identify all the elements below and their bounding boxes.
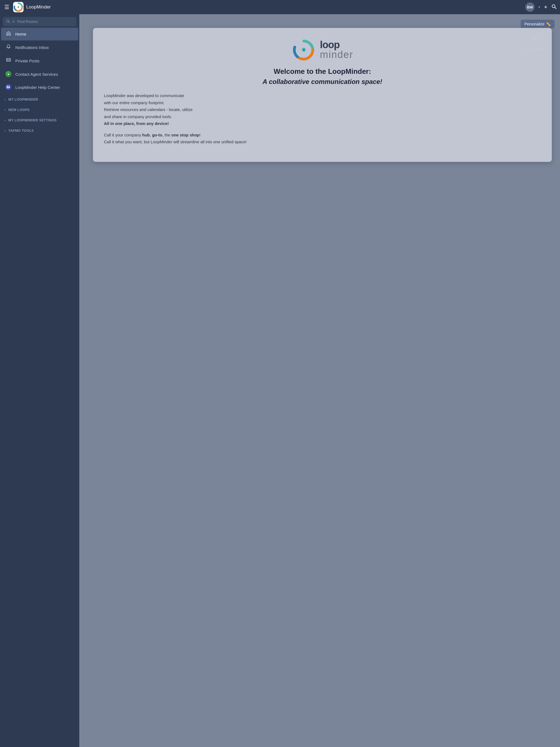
sidebar-section-settings[interactable]: › MY LOOPMINDER SETTINGS xyxy=(0,115,79,125)
svg-rect-6 xyxy=(7,86,7,88)
settings-label: MY LOOPMINDER SETTINGS xyxy=(8,119,57,122)
avatar-initials: BW xyxy=(527,5,533,9)
new-loops-label: NEW LOOPS xyxy=(8,108,30,112)
new-loops-chevron: › xyxy=(4,108,6,112)
svg-rect-7 xyxy=(8,85,8,88)
personalize-label: Personalize xyxy=(525,22,544,26)
welcome-panel: loop minder Welcome to the LoopMinder: A… xyxy=(93,28,552,162)
top-navigation: ☰ LoopMinder BW ▾ + xyxy=(0,0,560,14)
panel-header: Personalize ✏️ xyxy=(85,20,555,28)
welcome-subtitle: A collaborative communication space! xyxy=(104,78,541,85)
hamburger-menu-icon[interactable]: ☰ xyxy=(3,3,10,11)
excl: ! xyxy=(199,133,200,137)
svg-rect-8 xyxy=(8,87,9,88)
sidebar-item-home[interactable]: Home xyxy=(1,28,78,41)
svg-point-11 xyxy=(303,49,305,51)
personalize-button[interactable]: Personalize ✏️ xyxy=(520,20,555,28)
search-icon[interactable] xyxy=(551,4,557,11)
comma1: , xyxy=(150,133,152,137)
sidebar-section-my-loopminder[interactable]: › MY LOOPMINDER xyxy=(0,95,79,104)
welcome-title: Welcome to the LoopMinder: xyxy=(104,67,541,76)
app-logo xyxy=(13,2,24,12)
welcome-hub: hub xyxy=(142,133,150,137)
find-rooms-label: Find Rooms xyxy=(17,19,38,24)
sidebar-contact-agent-label: Contact Agent Services xyxy=(15,72,58,77)
welcome-onestop: one stop shop xyxy=(172,133,200,137)
avatar-dropdown-icon[interactable]: ▾ xyxy=(538,5,540,9)
welcome-body: LoopMinder was developed to communicate … xyxy=(104,92,541,146)
sidebar-item-contact-agent[interactable]: ● Contact Agent Services xyxy=(1,68,78,80)
sidebar-item-notifications[interactable]: Notifications Inbox xyxy=(1,41,78,54)
yapmo-tools-chevron: › xyxy=(4,129,6,133)
sidebar-private-posts-label: Private Posts xyxy=(15,58,40,63)
sidebar: ≡ Find Rooms Home Notifications Inbox xyxy=(0,14,79,747)
sidebar-item-help-center[interactable]: LoopMinder Help Center xyxy=(1,81,78,94)
svg-line-3 xyxy=(555,7,556,9)
sidebar-section-new-loops[interactable]: › NEW LOOPS xyxy=(0,105,79,114)
main-content-area: Personalize ✏️ ons d 12:05 PM xyxy=(79,14,560,747)
logo-text: loop minder xyxy=(320,40,353,60)
welcome-goto: go-to xyxy=(152,133,162,137)
welcome-body-line1: LoopMinder was developed to communicate xyxy=(104,93,184,98)
welcome-body-line4: and share in company provided tools. xyxy=(104,114,172,119)
personalize-icon: ✏️ xyxy=(546,22,551,26)
logo-loop-text: loop xyxy=(320,40,353,50)
welcome-body-line3: Retrieve resources and calendars - locat… xyxy=(104,107,193,112)
logo-minder-text: minder xyxy=(320,50,353,60)
welcome-body-para1: LoopMinder was developed to communicate … xyxy=(104,92,541,127)
settings-chevron: › xyxy=(4,119,6,122)
yapmo-tools-label: YAPMO TOOLS xyxy=(8,129,34,133)
home-icon xyxy=(5,31,11,37)
logo-container: loop minder xyxy=(291,39,353,61)
add-button-icon[interactable]: + xyxy=(544,4,548,11)
welcome-body-line2: with our entire company footprint. xyxy=(104,100,164,105)
logo-svg xyxy=(291,39,316,61)
contact-agent-icon: ● xyxy=(5,71,11,77)
notifications-icon xyxy=(5,44,11,51)
svg-point-1 xyxy=(18,6,19,8)
sidebar-home-label: Home xyxy=(15,32,26,36)
my-loopminder-label: MY LOOPMINDER xyxy=(8,98,38,101)
svg-line-5 xyxy=(9,22,10,23)
my-loopminder-chevron: › xyxy=(4,98,6,101)
sidebar-help-center-label: LoopMinder Help Center xyxy=(15,85,60,90)
find-rooms-icon: ≡ xyxy=(12,19,15,24)
app-title: LoopMinder xyxy=(26,4,523,10)
welcome-bold1: All in one place, from any device! xyxy=(104,121,169,126)
sidebar-search-icon xyxy=(6,19,10,24)
welcome-line6: Call it what you want, but LoopMinder wi… xyxy=(104,139,247,144)
welcome-logo-area: loop minder xyxy=(104,39,541,61)
welcome-body-para2: Call it your company hub, go-to, the one… xyxy=(104,131,541,146)
main-layout: ≡ Find Rooms Home Notifications Inbox xyxy=(0,14,560,747)
sidebar-notifications-label: Notifications Inbox xyxy=(15,45,49,50)
sidebar-item-private-posts[interactable]: Private Posts xyxy=(1,54,78,67)
welcome-pre-hub: Call it your company xyxy=(104,133,142,137)
sidebar-section-yapmo-tools[interactable]: › YAPMO TOOLS xyxy=(0,126,79,135)
find-rooms-search[interactable]: ≡ Find Rooms xyxy=(3,17,77,26)
mid-text: , the xyxy=(162,133,171,137)
nav-right-controls: BW ▾ + xyxy=(525,2,557,12)
svg-rect-9 xyxy=(9,86,10,88)
user-avatar[interactable]: BW xyxy=(525,2,535,12)
help-center-icon xyxy=(5,84,11,90)
private-posts-icon xyxy=(5,58,11,64)
